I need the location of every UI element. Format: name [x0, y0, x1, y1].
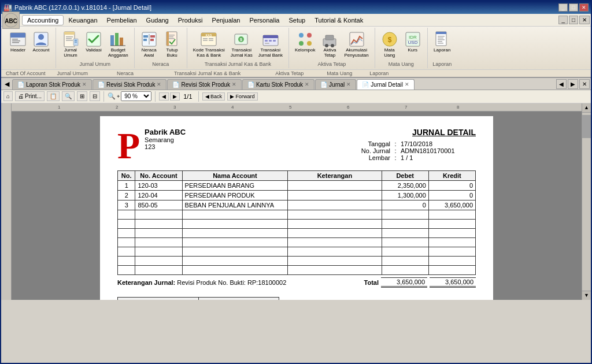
ribbon-btn-kurs[interactable]: IDR USD Kurs	[402, 29, 424, 55]
doc-header: P Pabrik ABC Semarang 123 JURNAL DETAIL	[117, 128, 476, 165]
tab-revisi-stok-1[interactable]: 📄 Revisi Stok Produk ✕	[92, 79, 166, 90]
ribbon-btn-laporan[interactable]: Laporan	[431, 29, 453, 55]
menu-minimize-btn[interactable]: _	[558, 16, 568, 24]
svg-rect-47	[273, 40, 276, 42]
transaksi-bank-label: TransaksiJurnal Bank	[258, 48, 283, 58]
title-bar-controls[interactable]: _ □ ✕	[558, 3, 589, 12]
ribbon-inner: Header Account	[1, 27, 591, 69]
ribbon-btn-jurnal-umum[interactable]: JurnalUmum	[60, 29, 82, 60]
minimize-button[interactable]: _	[558, 3, 568, 12]
page-prev-btn[interactable]: ◀	[159, 92, 169, 101]
tab-nav-close[interactable]: ✕	[579, 79, 590, 89]
tab-nav-right[interactable]: ▶	[568, 79, 578, 89]
ribbon-btn-tutup-buku[interactable]: TutupBuku	[161, 29, 183, 60]
tab-close-3[interactable]: ✕	[232, 81, 236, 87]
scroll-area[interactable]: P Pabrik ABC Semarang 123 JURNAL DETAIL	[12, 112, 582, 300]
zoom-in-icon[interactable]: +	[117, 94, 120, 99]
toolbar-sep-1	[103, 91, 104, 102]
ribbon-btn-aktiva-tetap[interactable]: AktivaTetap	[319, 29, 341, 60]
toolbar-zoom[interactable]: 🔍 + 90 % 75 % 100 % 125 % 150 %	[108, 91, 151, 101]
empty-ket	[288, 210, 382, 219]
ribbon-btn-validasi[interactable]: Validasi	[83, 29, 105, 55]
empty-debet	[382, 210, 428, 219]
menu-close-btn[interactable]: ✕	[579, 16, 590, 24]
tab-close-5[interactable]: ✕	[346, 81, 351, 87]
ribbon-btn-kode-transaksi[interactable]: KAS Kode TransaksiKas & Bank	[191, 29, 227, 60]
ribbon-btn-transaksi-bank[interactable]: TransaksiJurnal Bank	[256, 29, 285, 60]
tab-label-6: Jurnal Detail	[371, 81, 403, 88]
ribbon-btn-akumulasi[interactable]: AkumulasiPenyusutan	[342, 29, 371, 60]
empty-account	[135, 219, 182, 228]
ribbon-btn-transaksi-kas[interactable]: $ TransaksiJurnal Kas	[228, 29, 255, 60]
empty-ket	[288, 228, 382, 237]
empty-account	[135, 228, 182, 237]
menu-item-keuangan[interactable]: Keuangan	[64, 16, 102, 25]
tab-laporan-stok-1[interactable]: 📄 Laporan Stok Produk ✕	[12, 79, 92, 90]
ribbon-btn-budget[interactable]: BudgetAnggaran	[106, 29, 131, 60]
tab-nav[interactable]: ◀ ▶ ✕	[556, 79, 590, 89]
tanggal-value: 17/10/2018	[401, 140, 476, 147]
no-jurnal-colon: :	[393, 147, 398, 154]
cell-keterangan	[288, 190, 382, 200]
ribbon-btn-mata-uang[interactable]: $ MataUang	[379, 29, 401, 60]
title-bar: 🏭 Pabrik ABC (127.0.0.1) v.181014 - [Jur…	[1, 1, 591, 14]
empty-no	[118, 256, 135, 265]
tab-jurnal[interactable]: 📄 Jurnal ✕	[315, 79, 356, 90]
tab-close-1[interactable]: ✕	[82, 81, 87, 87]
tab-nav-left[interactable]: ◀	[556, 79, 567, 89]
menu-item-produksi[interactable]: Produksi	[173, 16, 208, 25]
matauang-cat-label: Mata Uang	[327, 70, 352, 76]
scroll-up-btn[interactable]: ▲	[582, 103, 591, 113]
menu-item-setup[interactable]: Setup	[284, 16, 310, 25]
menu-maximize-btn[interactable]: □	[569, 16, 578, 24]
menu-right-controls[interactable]: _ □ ✕	[558, 16, 590, 24]
menu-item-pembelian[interactable]: Pembelian	[102, 16, 142, 25]
toolbar-search-btn[interactable]: 🔍	[62, 91, 75, 101]
company-text: Pabrik ABC Semarang 123	[145, 128, 186, 150]
tab-revisi-stok-2[interactable]: 📄 Revisi Stok Produk ✕	[167, 79, 241, 90]
zoom-out-icon[interactable]: 🔍	[108, 92, 116, 100]
menu-item-gudang[interactable]: Gudang	[142, 16, 173, 25]
toolbar-grid2-btn[interactable]: ⊟	[90, 91, 100, 101]
toolbar-grid-btn[interactable]: ⊞	[77, 91, 87, 101]
menu-item-penjualan[interactable]: Penjualan	[208, 16, 245, 25]
ribbon-btn-kelompok[interactable]: Kelompok	[293, 29, 318, 55]
maximize-button[interactable]: □	[569, 3, 578, 12]
table-row-empty	[118, 237, 476, 247]
tab-kartu-stok[interactable]: 📄 Kartu Stok Produk ✕	[242, 79, 314, 90]
ribbon-btn-account[interactable]: Account	[30, 29, 52, 55]
ruler-top: 1 2 3 4 5 6 7 8	[12, 103, 582, 112]
forward-label: Forward	[236, 94, 255, 99]
tab-close-4[interactable]: ✕	[305, 81, 309, 87]
tab-label-3: Revisi Stok Produk	[181, 81, 230, 88]
ribbon-btn-header[interactable]: Header	[7, 29, 29, 55]
zoom-select[interactable]: 90 % 75 % 100 % 125 % 150 %	[121, 91, 151, 101]
menu-item-personalia[interactable]: Personalia	[245, 16, 284, 25]
empty-debet	[382, 265, 428, 274]
tab-close-6[interactable]: ✕	[405, 81, 409, 87]
title-bar-text: Pabrik ABC (127.0.0.1) v.181014 - [Jurna…	[14, 4, 151, 11]
svg-rect-48	[265, 43, 269, 44]
tab-jurnal-detail[interactable]: 📄 Jurnal Detail ✕	[357, 79, 415, 90]
table-row: 3 850-05 BEBAN PENJUALAN LAINNYA 0 3,650…	[118, 200, 476, 210]
forward-btn[interactable]: ▶ Forward	[227, 92, 258, 101]
empty-ket	[288, 265, 382, 274]
toolbar-copy-btn[interactable]: 📋	[47, 91, 60, 101]
svg-rect-15	[75, 40, 77, 41]
svg-point-52	[307, 41, 312, 46]
right-scrollbar[interactable]: ▲ ▼	[582, 103, 591, 300]
tab-close-2[interactable]: ✕	[157, 81, 161, 87]
menu-item-tutorial[interactable]: Tutorial & Kontak	[310, 16, 368, 25]
toolbar-print-btn[interactable]: 🖨 Print...	[15, 91, 45, 101]
close-button[interactable]: ✕	[579, 3, 589, 12]
page-next-btn[interactable]: ▶	[170, 92, 180, 101]
back-btn[interactable]: ◀ Back	[202, 92, 225, 101]
toolbar-home-btn[interactable]: ⌂	[3, 91, 13, 101]
toolbar: ⌂ 🖨 Print... 📋 🔍 ⊞ ⊟ 🔍 + 90 % 75 % 100 %…	[1, 90, 591, 103]
company-info: P Pabrik ABC Semarang 123	[117, 128, 186, 165]
scroll-down-btn[interactable]: ▼	[582, 291, 591, 300]
ribbon-btn-neraca-awal[interactable]: NeracaAwal	[138, 29, 160, 60]
col-debet: Debet	[382, 170, 428, 180]
menu-item-accounting[interactable]: Accounting	[22, 15, 64, 25]
scroll-thumb[interactable]	[582, 115, 591, 138]
